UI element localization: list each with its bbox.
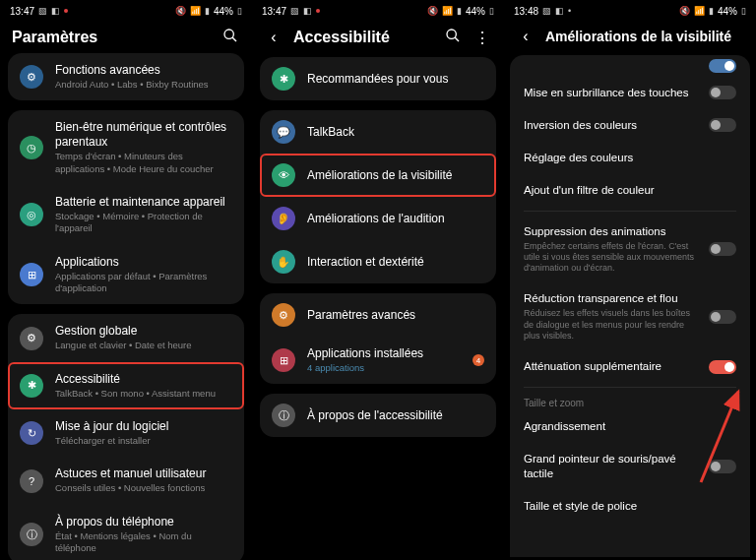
search-icon[interactable] [443, 28, 463, 47]
battery-icon: ▯ [741, 6, 746, 16]
general-icon: ⚙ [20, 327, 43, 350]
back-icon[interactable]: ‹ [264, 29, 284, 46]
item-installed-apps[interactable]: ⊞ Applications installées 4 applications… [260, 337, 496, 384]
setting-color-inversion[interactable]: Inversion des couleurs [510, 109, 750, 142]
battery-icon: ▯ [489, 6, 494, 16]
setting-color-filter[interactable]: Ajout d'un filtre de couleur [510, 174, 750, 207]
setting-remove-animations[interactable]: Suppression des animations Empêchez cert… [510, 216, 750, 283]
status-bar: 13:47 ▧ ◧ 🔇 📶 ▮ 44% ▯ [0, 0, 252, 22]
setting-highlight-buttons[interactable]: Mise en surbrillance des touches [510, 77, 750, 109]
item-title: Paramètres avancés [307, 308, 484, 323]
settings-group: ✱ Recommandées pour vous [260, 57, 496, 100]
accessibility-icon: ✱ [20, 374, 43, 398]
setting-subtitle: Réduisez les effets visuels dans les boî… [524, 308, 699, 342]
status-time: 13:47 [262, 6, 286, 17]
item-title: Applications [55, 255, 232, 270]
setting-title: Agrandissement [524, 419, 736, 434]
signal-icon: ▮ [709, 6, 714, 16]
item-title: TalkBack [307, 125, 484, 140]
item-title: Mise à jour du logiciel [55, 419, 232, 434]
battery-care-icon: ◎ [20, 203, 43, 226]
setting-magnification[interactable]: Agrandissement [510, 410, 750, 443]
battery-icon: ▯ [237, 6, 242, 16]
more-icon[interactable]: ⋮ [472, 29, 492, 47]
item-visibility[interactable]: 👁 Améliorations de la visibilité [260, 154, 496, 197]
item-advanced-settings[interactable]: ⚙ Paramètres avancés [260, 293, 496, 337]
item-subtitle: TalkBack • Son mono • Assistant menu [55, 388, 232, 400]
settings-item-wellbeing[interactable]: ◷ Bien-être numérique et contrôles paren… [8, 110, 244, 185]
accessibility-panel: 13:47 ▧ ◧ 🔇 📶 ▮ 44% ▯ ‹ Accessibilité ⋮ … [252, 0, 504, 560]
search-icon[interactable] [220, 28, 240, 47]
advanced-icon: ⚙ [20, 65, 43, 89]
toggle[interactable] [709, 460, 736, 473]
setting-title: Réduction transparence et flou [524, 291, 699, 306]
wifi-icon: 📶 [442, 6, 453, 16]
setting-large-pointer[interactable]: Grand pointeur de souris/pavé tactile [510, 443, 750, 490]
settings-item-battery[interactable]: ◎ Batterie et maintenance appareil Stock… [8, 185, 244, 245]
divider [524, 387, 736, 388]
item-about-accessibility[interactable]: ⓘ À propos de l'accessibilité [260, 394, 496, 437]
settings-item-apps[interactable]: ⊞ Applications Applications par défaut •… [8, 245, 244, 305]
item-hearing[interactable]: 👂 Améliorations de l'audition [260, 197, 496, 240]
toggle[interactable] [709, 86, 736, 99]
wifi-icon: 📶 [190, 6, 201, 16]
settings-item-about[interactable]: ⓘ À propos du téléphone État • Mentions … [8, 505, 244, 560]
settings-panel: 13:47 ▧ ◧ 🔇 📶 ▮ 44% ▯ Paramètres ⚙ Fonct… [0, 0, 252, 560]
settings-group: ⚙ Paramètres avancés ⊞ Applications inst… [260, 293, 496, 384]
info-icon: ⓘ [272, 404, 295, 427]
setting-title: Inversion des couleurs [524, 118, 699, 133]
item-title: Batterie et maintenance appareil [55, 195, 232, 210]
item-title: Améliorations de la visibilité [307, 168, 484, 183]
setting-reduce-transparency[interactable]: Réduction transparence et flou Réduisez … [510, 282, 750, 350]
item-title: Améliorations de l'audition [307, 212, 484, 226]
settings-item-accessibility[interactable]: ✱ Accessibilité TalkBack • Son mono • As… [8, 362, 244, 409]
item-subtitle: Conseils utiles • Nouvelles fonctions [55, 482, 232, 494]
item-talkback[interactable]: 💬 TalkBack [260, 110, 496, 154]
item-interaction[interactable]: ✋ Interaction et dextérité [260, 240, 496, 283]
settings-item-tips[interactable]: ? Astuces et manuel utilisateur Conseils… [8, 457, 244, 504]
wellbeing-icon: ◷ [20, 136, 43, 159]
signal-icon: ▮ [457, 6, 462, 16]
toggle[interactable] [709, 242, 736, 256]
page-title: Paramètres [12, 29, 211, 46]
setting-extra-dim[interactable]: Atténuation supplémentaire [510, 350, 750, 383]
setting-subtitle: Empêchez certains effets de l'écran. C'e… [524, 241, 699, 275]
item-title: Bien-être numérique et contrôles parenta… [55, 120, 232, 150]
status-dot-icon: • [568, 6, 571, 16]
visibility-panel: 13:48 ▧ ◧ • 🔇 📶 ▮ 44% ▯ ‹ Améliorations … [504, 0, 756, 560]
item-title: À propos de l'accessibilité [307, 408, 484, 423]
toggle[interactable] [709, 59, 736, 73]
item-title: Gestion globale [55, 324, 232, 339]
settings-group: ⚙ Gestion globale Langue et clavier • Da… [8, 314, 244, 560]
toggle-extra-dim[interactable] [709, 360, 736, 374]
gear-icon: ⚙ [272, 303, 295, 327]
settings-list: Mise en surbrillance des touches Inversi… [510, 55, 750, 557]
page-title: Accessibilité [293, 29, 433, 46]
status-app-icon: ◧ [303, 6, 312, 16]
recommended-icon: ✱ [272, 67, 295, 91]
status-app-icon: ▧ [290, 6, 299, 16]
settings-item-advanced[interactable]: ⚙ Fonctions avancées Android Auto • Labs… [8, 53, 244, 100]
badge-count: 4 [472, 354, 484, 366]
hearing-icon: 👂 [272, 207, 295, 230]
settings-item-general[interactable]: ⚙ Gestion globale Langue et clavier • Da… [8, 314, 244, 361]
item-subtitle: État • Mentions légales • Nom du télépho… [55, 530, 232, 555]
item-title: Fonctions avancées [55, 63, 232, 78]
toggle[interactable] [709, 310, 736, 324]
item-subtitle: Android Auto • Labs • Bixby Routines [55, 79, 232, 91]
svg-point-0 [224, 30, 233, 38]
item-subtitle: 4 applications [307, 362, 461, 374]
setting-color-adjust[interactable]: Réglage des couleurs [510, 142, 750, 174]
setting-font-size[interactable]: Taille et style de police [510, 490, 750, 523]
item-title: Applications installées [307, 346, 461, 361]
settings-item-update[interactable]: ↻ Mise à jour du logiciel Télécharger et… [8, 409, 244, 457]
toggle[interactable] [709, 118, 736, 132]
header: ‹ Accessibilité ⋮ [252, 22, 504, 57]
item-subtitle: Télécharger et installer [55, 435, 232, 447]
setting-title: Réglage des couleurs [524, 151, 736, 165]
settings-group: ⓘ À propos de l'accessibilité [260, 394, 496, 437]
setting-row-partial[interactable] [510, 55, 750, 77]
back-icon[interactable]: ‹ [516, 28, 536, 45]
settings-group: 💬 TalkBack 👁 Améliorations de la visibil… [260, 110, 496, 283]
item-recommended[interactable]: ✱ Recommandées pour vous [260, 57, 496, 100]
